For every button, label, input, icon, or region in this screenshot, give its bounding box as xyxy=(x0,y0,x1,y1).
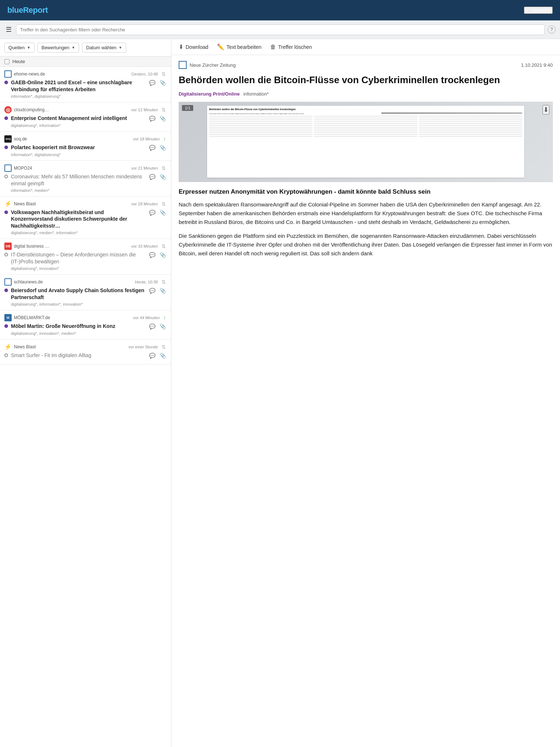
datum-chevron-icon: ▼ xyxy=(118,46,122,50)
comment-icon[interactable]: 💬 xyxy=(148,173,156,181)
read-indicator xyxy=(4,146,8,149)
list-item[interactable]: DB digital business … vor 33 Minuten ⇅ I… xyxy=(0,239,171,275)
download-label: Download xyxy=(186,44,208,50)
news-title: Coronavirus: Mehr als 57 Millionen Mensc… xyxy=(11,173,145,187)
edit-button[interactable]: ✏️ Text bearbeiten xyxy=(217,43,261,50)
read-indicator xyxy=(4,253,8,256)
sort-icon[interactable]: ⇅ xyxy=(161,70,167,78)
comment-icon[interactable]: 💬 xyxy=(148,79,156,86)
read-indicator xyxy=(4,353,8,357)
list-item[interactable]: MOPO24 vor 21 Minuten ⇅ Coronavirus: Meh… xyxy=(0,161,171,197)
trend-up-icon[interactable]: ↑ xyxy=(163,314,167,321)
news-title: Polartec kooperiert mit Browzwear xyxy=(11,144,145,151)
delete-button[interactable]: 🗑 Treffer löschen xyxy=(270,44,312,50)
news-item-meta: DB digital business … vor 33 Minuten ⇅ xyxy=(4,243,167,250)
source-name: digital business … xyxy=(14,244,49,249)
clip-icon[interactable]: 📎 xyxy=(159,79,167,86)
app-logo: blueReport xyxy=(7,5,48,15)
clip-icon[interactable]: 📎 xyxy=(159,144,167,151)
clip-icon[interactable]: 📎 xyxy=(159,352,167,359)
edit-icon: ✏️ xyxy=(217,43,224,50)
category-primary: Digitalisierung Print/Online xyxy=(179,91,240,97)
news-title-row: Beiersdorf und Arvato Supply Chain Solut… xyxy=(4,287,167,301)
datum-dropdown[interactable]: Datum wählen ▼ xyxy=(82,43,126,53)
news-title: IT-Dienstleistungen – Diese Anforderunge… xyxy=(11,251,145,265)
download-button[interactable]: ⬇ Download xyxy=(179,43,208,50)
main-layout: Quellen ▼ Bewertungen ▼ Datum wählen ▼ H… xyxy=(0,39,560,747)
logo-blue: blue xyxy=(7,5,23,15)
news-item-meta: schlaunews.de Heute, 10:38 ⇅ xyxy=(4,278,167,286)
article-title: Behörden wollen die Bitcoin-Flüsse von C… xyxy=(179,74,553,86)
news-item-meta: ehome-news.de Gestern, 10:48 ⇅ xyxy=(4,70,167,78)
filter-bar: Quellen ▼ Bewertungen ▼ Datum wählen ▼ xyxy=(0,39,171,57)
news-tags: information*, digitalisierung* xyxy=(11,152,167,157)
article-body: Nach dem spektakulären RansomwareAngriff… xyxy=(179,200,553,258)
category-secondary: information* xyxy=(244,91,269,97)
section-header-label: Heute xyxy=(12,59,25,64)
sort-icon[interactable]: ⇅ xyxy=(161,278,167,286)
news-title: Volkswagen Nachhaltigkeitsbeirat und Kon… xyxy=(11,209,145,230)
news-title-row: IT-Dienstleistungen – Diese Anforderunge… xyxy=(4,251,167,265)
comment-icon[interactable]: 💬 xyxy=(148,144,156,151)
clip-icon[interactable]: 📎 xyxy=(159,251,167,259)
read-indicator xyxy=(4,289,8,292)
source-name: MÖBELMARKT.de xyxy=(14,315,50,320)
news-title-row: Smart Surfer - Fit im digitalen Alltag 💬… xyxy=(4,352,167,359)
clip-icon[interactable]: 📎 xyxy=(159,323,167,330)
comment-icon[interactable]: 💬 xyxy=(148,251,156,259)
news-title-row: Polartec kooperiert mit Browzwear 💬 📎 xyxy=(4,144,167,151)
clip-icon[interactable]: 📎 xyxy=(159,209,167,216)
sort-icon[interactable]: ⇅ xyxy=(161,200,167,208)
clip-icon[interactable]: 📎 xyxy=(159,115,167,122)
news-source: MOPO24 xyxy=(4,165,32,172)
newspaper-columns xyxy=(209,116,522,138)
read-indicator xyxy=(4,175,8,178)
quellen-label: Quellen xyxy=(8,45,25,50)
list-item[interactable]: ⚡ News Blast vor einer Stunde ⇅ Smart Su… xyxy=(0,340,171,364)
news-tags: information*, digitalisierung* xyxy=(11,94,167,98)
newspaper-col xyxy=(209,116,312,138)
news-time: vor 44 Minuten xyxy=(133,316,160,320)
section-checkbox[interactable] xyxy=(4,59,9,64)
hamburger-button[interactable]: ☰ xyxy=(4,24,13,35)
news-title: Enterprise Content Management wird intel… xyxy=(11,115,145,122)
news-time: Gestern, 10:48 xyxy=(131,72,158,76)
article-source-name: Neue Zürcher Zeitung xyxy=(190,62,236,68)
unswitch-button[interactable]: ↪ Unswitch xyxy=(524,7,553,14)
article-image-placeholder: Behörden wollen die Bitcoin-Flüsse von C… xyxy=(179,102,552,182)
list-item[interactable]: ◎ cloudcomputing… vor 12 Minuten ⇅ Enter… xyxy=(0,102,171,132)
download-image-button[interactable]: ⬇ xyxy=(542,105,549,115)
list-item[interactable]: M MÖBELMARKT.de vor 44 Minuten ↑ Möbel M… xyxy=(0,310,171,340)
app-header: blueReport ↪ Unswitch xyxy=(0,0,560,20)
comment-icon[interactable]: 💬 xyxy=(148,287,156,294)
page-counter: 1/1 xyxy=(182,105,193,111)
article-content: Neue Zürcher Zeitung 1.10.2021 9:40 Behö… xyxy=(171,55,560,269)
list-item[interactable]: ⚡ News Blast vor 28 Minuten ⇅ Volkswagen… xyxy=(0,197,171,239)
comment-icon[interactable]: 💬 xyxy=(148,115,156,122)
list-item[interactable]: soq soq.de vor 18 Minuten ↑ Polartec koo… xyxy=(0,132,171,161)
sort-icon[interactable]: ⇅ xyxy=(161,165,167,172)
clip-icon[interactable]: 📎 xyxy=(159,287,167,294)
search-input[interactable] xyxy=(16,24,545,35)
trend-up-icon[interactable]: ↑ xyxy=(163,135,167,143)
read-indicator xyxy=(4,116,8,120)
sort-icon[interactable]: ⇅ xyxy=(161,243,167,250)
list-item[interactable]: schlaunews.de Heute, 10:38 ⇅ Beiersdorf … xyxy=(0,275,171,310)
quellen-dropdown[interactable]: Quellen ▼ xyxy=(4,43,35,53)
news-tags: digitalisierung*, innovation*, medien* xyxy=(11,331,167,336)
comment-icon[interactable]: 💬 xyxy=(148,209,156,216)
news-time: vor 18 Minuten xyxy=(133,137,160,141)
list-item[interactable]: ehome-news.de Gestern, 10:48 ⇅ GAEB-Onli… xyxy=(0,67,171,102)
news-item-meta: ⚡ News Blast vor 28 Minuten ⇅ xyxy=(4,200,167,208)
sort-icon[interactable]: ⇅ xyxy=(161,343,167,351)
comment-icon[interactable]: 💬 xyxy=(148,323,156,330)
comment-icon[interactable]: 💬 xyxy=(148,352,156,359)
bewertungen-dropdown[interactable]: Bewertungen ▼ xyxy=(38,43,79,53)
clip-icon[interactable]: 📎 xyxy=(159,173,167,181)
news-title-row: Möbel Martin: Große Neueröffnung in Konz… xyxy=(4,323,167,330)
article-image-container: 1/1 ⬇ Behörden wollen die Bitcoin-Flüsse… xyxy=(179,102,553,182)
left-panel: Quellen ▼ Bewertungen ▼ Datum wählen ▼ H… xyxy=(0,39,171,747)
news-title-row: GAEB-Online 2021 und Excel – eine unschl… xyxy=(4,79,167,93)
help-button[interactable]: ? xyxy=(548,26,556,34)
sort-icon[interactable]: ⇅ xyxy=(161,106,167,113)
